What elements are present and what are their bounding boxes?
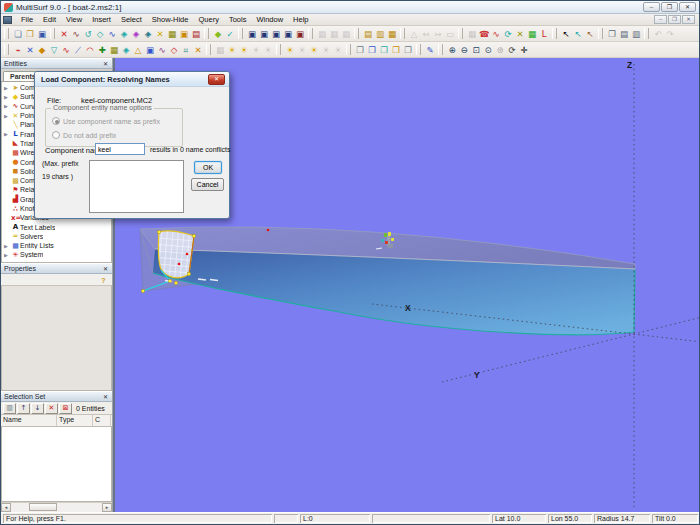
properties-close-icon[interactable]: ✕	[102, 265, 109, 273]
minimize-button[interactable]: –	[643, 2, 660, 12]
zoom-in-icon[interactable]: ⊕	[446, 43, 458, 57]
expander-icon[interactable]: ▶	[4, 243, 11, 249]
selection-list[interactable]	[1, 427, 112, 502]
lofted-surface-icon[interactable]: ◈	[118, 27, 130, 41]
select-entity-icon[interactable]: ↖	[572, 27, 584, 41]
next-icon[interactable]: ↣	[432, 27, 444, 41]
menu-insert[interactable]: Insert	[87, 14, 116, 25]
pen-icon[interactable]: ✎	[424, 43, 436, 57]
check-icon[interactable]: ✓	[224, 27, 236, 41]
magnet-points-icon[interactable]: ✕	[154, 27, 166, 41]
show-parents-icon[interactable]: ☀	[284, 43, 296, 57]
zoom-window-icon[interactable]: ⊡	[470, 43, 482, 57]
prev-icon[interactable]: ↢	[420, 27, 432, 41]
insert-plane-icon[interactable]: △	[132, 43, 144, 57]
tab-box-icon[interactable]: ▭	[444, 27, 456, 41]
mesh-x-icon[interactable]: ✕	[514, 27, 526, 41]
tree-item-text-labels[interactable]: AText Labels	[2, 222, 111, 231]
radio-no-prefix[interactable]: Do not add prefix	[52, 131, 116, 140]
solid-cube-icon[interactable]: ▣	[178, 27, 190, 41]
component-name-input[interactable]	[95, 143, 145, 155]
new-file-icon[interactable]: ❏	[12, 27, 24, 41]
hide-selected-icon[interactable]: ☀	[250, 43, 262, 57]
mdi-close-button[interactable]: ✕	[682, 15, 695, 24]
menu-tools[interactable]: Tools	[224, 14, 252, 25]
insert-knot-icon[interactable]: ◇	[168, 43, 180, 57]
selection-close-icon[interactable]: ✕	[102, 393, 109, 401]
radio-no-prefix-icon[interactable]	[52, 131, 60, 139]
polyline-icon[interactable]: ∿	[70, 27, 82, 41]
menu-window[interactable]: Window	[251, 14, 288, 25]
measure-curve-icon[interactable]: ∿	[490, 27, 502, 41]
column-header-name[interactable]: Name	[1, 415, 57, 426]
insert-contour-icon[interactable]: ∿	[156, 43, 168, 57]
surface-patch-icon[interactable]: ◇	[94, 27, 106, 41]
scroll-left-icon[interactable]: ◂	[1, 503, 11, 512]
tree-item-entity-lists[interactable]: ▶▦Entity Lists	[2, 241, 111, 250]
insert-bcurve-icon[interactable]: ◠	[84, 43, 96, 57]
column-header-c[interactable]: C	[93, 415, 111, 426]
insert-magnet-icon[interactable]: ◆	[36, 43, 48, 57]
hide-parents-icon[interactable]: ☀	[320, 43, 332, 57]
menu-edit[interactable]: Edit	[38, 14, 61, 25]
remove-icon[interactable]: ✕	[45, 403, 58, 414]
grid-lines-icon[interactable]: ▦	[328, 27, 340, 41]
select-group-icon[interactable]: ↖	[584, 27, 596, 41]
hide-others-icon[interactable]: ☀	[262, 43, 274, 57]
toggle-visibility-icon[interactable]: ☀	[308, 43, 320, 57]
undo-icon[interactable]: ↶	[652, 27, 664, 41]
delete-icon[interactable]: ✕	[58, 27, 70, 41]
open-folder-icon[interactable]: ❒	[24, 27, 36, 41]
clipboard-copy-icon[interactable]: ❐	[354, 43, 366, 57]
grid-snap-icon[interactable]: ▦	[316, 27, 328, 41]
clipboard-cut-icon[interactable]: ❐	[378, 43, 390, 57]
expander-icon[interactable]: ▶	[4, 252, 11, 258]
gem-icon[interactable]: ◆	[212, 27, 224, 41]
delta-icon[interactable]: △	[408, 27, 420, 41]
insert-snake-icon[interactable]: ▦	[108, 43, 120, 57]
menu-view[interactable]: View	[61, 14, 87, 25]
tile-horizontal-icon[interactable]: ▤	[618, 27, 630, 41]
show-all-icon[interactable]: ☀	[226, 43, 238, 57]
insert-arc-icon[interactable]: ⟋	[72, 43, 84, 57]
tree-item-system[interactable]: ▶✳System	[2, 250, 111, 259]
restore-button[interactable]: ❐	[661, 2, 678, 12]
tile-vertical-icon[interactable]: ▥	[630, 27, 642, 41]
expander-icon[interactable]: ▶	[4, 131, 11, 137]
green-grid-icon[interactable]: ▦	[526, 27, 538, 41]
expander-icon[interactable]: ▶	[4, 113, 11, 119]
insert-relabel-icon[interactable]: ⌗	[180, 43, 192, 57]
insert-frame-icon[interactable]: ▣	[144, 43, 156, 57]
expander-icon[interactable]: ▶	[4, 94, 11, 100]
insert-bead-icon[interactable]: ✕	[24, 43, 36, 57]
zoom-all-icon[interactable]: ⊙	[482, 43, 494, 57]
clipboard-list-icon[interactable]: ❐	[390, 43, 402, 57]
conflicts-listbox[interactable]	[89, 160, 184, 213]
zoom-out-icon[interactable]: ⊖	[458, 43, 470, 57]
menu-file[interactable]: File	[16, 14, 38, 25]
offsets-icon[interactable]: ▥	[374, 27, 386, 41]
spiral-curve-icon[interactable]: ↺	[82, 27, 94, 41]
render-view-icon-1[interactable]: ▣	[246, 27, 258, 41]
table-icon[interactable]: ▤	[362, 27, 374, 41]
entities-close-icon[interactable]: ✕	[102, 60, 109, 68]
grid-points-icon[interactable]: ▦	[340, 27, 352, 41]
radio-use-prefix[interactable]: Use component name as prefix	[52, 117, 160, 126]
notebook-icon[interactable]: ▤	[190, 27, 202, 41]
cancel-button[interactable]: Cancel	[191, 178, 224, 191]
mesh-icon[interactable]: ▦	[166, 27, 178, 41]
show-children-icon[interactable]: ☀	[296, 43, 308, 57]
render-view-icon-3[interactable]: ▣	[270, 27, 282, 41]
hide-box-icon[interactable]: ▦	[214, 43, 226, 57]
menu-query[interactable]: Query	[193, 14, 223, 25]
insert-ccurve-icon[interactable]: ✚	[96, 43, 108, 57]
close-button[interactable]: ✕	[679, 2, 696, 12]
expander-icon[interactable]: ▶	[4, 85, 11, 91]
columns-icon[interactable]: ▥	[3, 403, 16, 414]
insert-point-icon[interactable]: ⌁	[12, 43, 24, 57]
menu-help[interactable]: Help	[288, 14, 313, 25]
select-arrow-icon[interactable]: ↖	[560, 27, 572, 41]
cascade-windows-icon[interactable]: ❐	[606, 27, 618, 41]
rotate-view-icon[interactable]: ⟳	[502, 27, 514, 41]
label-l-icon[interactable]: L	[538, 27, 550, 41]
